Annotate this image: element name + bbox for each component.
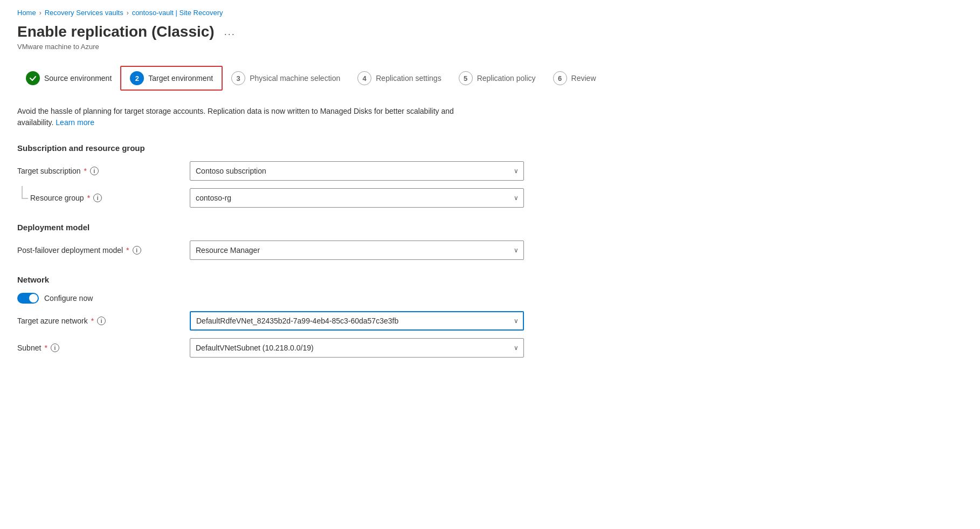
post-failover-info-icon[interactable]: i: [133, 246, 141, 255]
step-5-label: Replication policy: [477, 74, 536, 83]
step-6-circle: 6: [553, 71, 567, 85]
step-4-label: Replication settings: [376, 74, 441, 83]
breadcrumb-sep-1: ›: [39, 9, 42, 17]
network-section: Network Configure now Target azure netwo…: [17, 275, 963, 358]
post-failover-control: Resource Manager ∨: [190, 241, 524, 260]
step-1-circle: [26, 71, 40, 85]
target-azure-network-dropdown-wrapper: DefaultRdfeVNet_82435b2d-7a99-4eb4-85c3-…: [190, 311, 524, 331]
step-2-label: Target environment: [148, 74, 213, 83]
target-subscription-info-icon[interactable]: i: [90, 167, 99, 175]
ellipsis-button[interactable]: ...: [221, 25, 239, 39]
target-azure-network-info-icon[interactable]: i: [97, 317, 106, 325]
required-star-rg: *: [87, 194, 90, 202]
step-6-label: Review: [571, 74, 596, 83]
info-text: Avoid the hassle of planning for target …: [17, 106, 481, 128]
required-star-deploy: *: [126, 246, 129, 255]
learn-more-link[interactable]: Learn more: [56, 118, 94, 127]
step-3-label: Physical machine selection: [250, 74, 340, 83]
breadcrumb-recovery-vaults[interactable]: Recovery Services vaults: [45, 9, 123, 17]
target-subscription-row: Target subscription * i Contoso subscrip…: [17, 161, 963, 181]
step-source-environment[interactable]: Source environment: [17, 67, 120, 90]
page-title: Enable replication (Classic): [17, 23, 215, 40]
subscription-section-title: Subscription and resource group: [17, 143, 963, 153]
resource-group-dropdown[interactable]: contoso-rg: [190, 188, 524, 208]
target-azure-network-control: DefaultRdfeVNet_82435b2d-7a99-4eb4-85c3-…: [190, 311, 524, 331]
post-failover-row: Post-failover deployment model * i Resou…: [17, 241, 963, 260]
resource-group-row: Resource group * i contoso-rg ∨: [17, 188, 963, 208]
resource-group-control: contoso-rg ∨: [190, 188, 524, 208]
step-4-circle: 4: [357, 71, 371, 85]
step-1-label: Source environment: [44, 74, 112, 83]
target-subscription-dropdown[interactable]: Contoso subscription: [190, 161, 524, 181]
step-5-circle: 5: [459, 71, 473, 85]
target-subscription-dropdown-wrapper: Contoso subscription ∨: [190, 161, 524, 181]
resource-group-label: Resource group * i: [17, 194, 190, 202]
subnet-dropdown[interactable]: DefaultVNetSubnet (10.218.0.0/19): [190, 338, 524, 358]
target-subscription-label: Target subscription * i: [17, 167, 190, 175]
subnet-row: Subnet * i DefaultVNetSubnet (10.218.0.0…: [17, 338, 963, 358]
breadcrumb: Home › Recovery Services vaults › contos…: [17, 9, 963, 17]
breadcrumb-sep-2: ›: [127, 9, 129, 17]
step-review[interactable]: 6 Review: [544, 67, 605, 90]
post-failover-label: Post-failover deployment model * i: [17, 246, 190, 255]
breadcrumb-home[interactable]: Home: [17, 9, 36, 17]
page-header: Enable replication (Classic) ...: [17, 23, 963, 40]
subnet-dropdown-wrapper: DefaultVNetSubnet (10.218.0.0/19) ∨: [190, 338, 524, 358]
network-section-title: Network: [17, 275, 963, 284]
subnet-label: Subnet * i: [17, 343, 190, 352]
target-azure-network-label: Target azure network * i: [17, 317, 190, 325]
required-star: *: [84, 167, 87, 175]
configure-now-row: Configure now: [17, 293, 963, 304]
post-failover-dropdown-wrapper: Resource Manager ∨: [190, 241, 524, 260]
subnet-control: DefaultVNetSubnet (10.218.0.0/19) ∨: [190, 338, 524, 358]
steps-bar: Source environment 2 Target environment …: [17, 66, 963, 91]
step-2-circle: 2: [130, 71, 144, 85]
post-failover-dropdown[interactable]: Resource Manager: [190, 241, 524, 260]
required-star-network: *: [91, 317, 94, 325]
breadcrumb-contoso-vault[interactable]: contoso-vault | Site Recovery: [132, 9, 223, 17]
target-subscription-control: Contoso subscription ∨: [190, 161, 524, 181]
step-physical-machine[interactable]: 3 Physical machine selection: [223, 67, 349, 90]
configure-now-toggle[interactable]: [17, 293, 39, 304]
step-target-environment[interactable]: 2 Target environment: [120, 66, 223, 91]
configure-now-label: Configure now: [44, 294, 93, 303]
deployment-section-title: Deployment model: [17, 223, 963, 232]
resource-group-dropdown-wrapper: contoso-rg ∨: [190, 188, 524, 208]
target-azure-network-dropdown[interactable]: DefaultRdfeVNet_82435b2d-7a99-4eb4-85c3-…: [190, 311, 524, 331]
step-3-circle: 3: [231, 71, 245, 85]
deployment-section: Deployment model Post-failover deploymen…: [17, 223, 963, 260]
page-subtitle: VMware machine to Azure: [17, 43, 963, 51]
resource-group-info-icon[interactable]: i: [93, 194, 102, 202]
step-replication-settings[interactable]: 4 Replication settings: [349, 67, 450, 90]
subnet-info-icon[interactable]: i: [51, 343, 59, 352]
step-replication-policy[interactable]: 5 Replication policy: [450, 67, 544, 90]
required-star-subnet: *: [44, 343, 47, 352]
subscription-section: Subscription and resource group Target s…: [17, 143, 963, 208]
target-azure-network-row: Target azure network * i DefaultRdfeVNet…: [17, 311, 963, 331]
